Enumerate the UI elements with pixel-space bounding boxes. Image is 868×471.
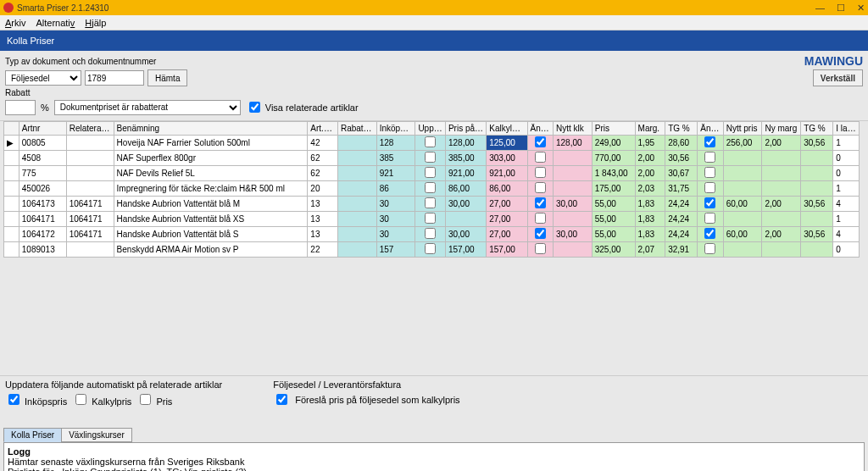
col-tg2[interactable]: TG % <box>801 122 833 136</box>
table-row[interactable]: 10641731064171Handske Aubrion Vattentät … <box>4 197 860 212</box>
rabatt-desc-select[interactable]: Dokumentpriset är rabatterat <box>54 100 241 115</box>
grid-checkbox[interactable] <box>535 228 546 239</box>
grid-checkbox[interactable] <box>535 213 546 224</box>
grid-checkbox[interactable] <box>704 152 715 163</box>
table-row[interactable]: 10641711064171Handske Aubrion Vattentät … <box>4 212 860 227</box>
foljesedel-label: Följesedel / Leverantörsfaktura <box>273 380 459 390</box>
footer-options: Uppdatera följande automatiskt på relate… <box>0 375 868 411</box>
col-tg[interactable]: TG % <box>665 122 698 136</box>
auto-pris-checkbox[interactable] <box>140 394 151 405</box>
log-panel: Logg Hämtar senaste växlingskurserna frå… <box>3 442 865 471</box>
col-pris[interactable]: Pris på följ. <box>445 122 486 136</box>
col-grp[interactable]: Art.grupp <box>308 122 338 136</box>
col-ben[interactable]: Benämning <box>114 122 308 136</box>
auto-update-label: Uppdatera följande automatiskt på relate… <box>5 380 222 390</box>
table-row[interactable]: ▶00805Hoveija NAF Farrier Solution 500ml… <box>4 136 860 151</box>
table-row[interactable]: 775NAF Devils Relief 5L62921921,00921,00… <box>4 166 860 181</box>
col-and[interactable]: Ändra <box>527 122 553 136</box>
tab-kolla-priser[interactable]: Kolla Priser <box>3 428 62 442</box>
rabatt-label: Rabatt <box>5 88 30 97</box>
auto-kalkyl-checkbox[interactable] <box>75 394 86 405</box>
col-mrg[interactable]: Marg. <box>635 122 665 136</box>
titlebar: Smarta Priser 2.1.24310 — ☐ ✕ <box>0 0 868 15</box>
price-grid[interactable]: Artnr Relaterad till Benämning Art.grupp… <box>3 121 860 258</box>
grid-checkbox[interactable] <box>704 136 715 147</box>
menu-hjalp[interactable]: Hjälp <box>85 18 106 28</box>
app-icon <box>3 3 14 13</box>
grid-checkbox[interactable] <box>425 228 436 239</box>
doc-number-input[interactable] <box>85 70 144 86</box>
hamta-button[interactable]: Hämta <box>147 69 187 86</box>
table-row[interactable]: 4508NAF Superflex 800gr62385385,00303,00… <box>4 151 860 166</box>
log-title: Logg <box>8 446 860 457</box>
visa-relaterade-checkbox[interactable] <box>249 102 260 113</box>
foresla-checkbox[interactable] <box>276 394 287 405</box>
grid-checkbox[interactable] <box>425 167 436 178</box>
grid-checkbox[interactable] <box>425 243 436 254</box>
window-title: Smarta Priser 2.1.24310 <box>17 3 815 13</box>
menubar: Arkiv Alternativ Hjälp <box>0 15 868 30</box>
grid-checkbox[interactable] <box>704 228 715 239</box>
grid-checkbox[interactable] <box>535 136 546 147</box>
grid-checkbox[interactable] <box>535 197 546 208</box>
grid-checkbox[interactable] <box>535 182 546 193</box>
grid-checkbox[interactable] <box>704 167 715 178</box>
table-row[interactable]: 450026Impregnering för täcke Re:claim H&… <box>4 181 860 197</box>
col-ink[interactable]: Inköpspris <box>376 122 415 136</box>
menu-arkiv[interactable]: Arkiv <box>5 18 25 28</box>
col-artnr[interactable]: Artnr <box>19 122 66 136</box>
percent-label: % <box>41 103 49 113</box>
brand-label: MAWINGU <box>804 54 863 68</box>
tab-vaxlingskurser[interactable]: Växlingskurser <box>61 428 132 442</box>
col-upp[interactable]: Uppdat. <box>415 122 446 136</box>
grid-checkbox[interactable] <box>704 182 715 193</box>
bottom-tabs: Kolla Priser Växlingskurser <box>3 428 868 442</box>
page-title: Kolla Priser <box>7 36 54 46</box>
col-nym[interactable]: Ny marg <box>762 122 801 136</box>
page-header: Kolla Priser <box>0 30 868 51</box>
close-button[interactable]: ✕ <box>857 3 865 14</box>
grid-checkbox[interactable] <box>425 152 436 163</box>
toolbar: Typ av dokument och dokumentnummer MAWIN… <box>0 51 868 121</box>
grid-checkbox[interactable] <box>535 167 546 178</box>
col-lag[interactable]: I lager <box>833 122 860 136</box>
log-line: Hämtar senaste växlingskurserna från Sve… <box>8 457 860 467</box>
doc-type-label: Typ av dokument och dokumentnummer <box>5 57 156 66</box>
grid-checkbox[interactable] <box>535 243 546 254</box>
grid-checkbox[interactable] <box>704 197 715 208</box>
auto-inkop-checkbox[interactable] <box>8 394 19 405</box>
rabatt-input[interactable] <box>5 100 36 115</box>
verkstall-button[interactable]: Verkställ <box>813 69 863 86</box>
col-rab[interactable]: Rabatt % <box>337 122 376 136</box>
col-kal[interactable]: Kalkylpris <box>487 122 527 136</box>
table-row[interactable]: 1089013Benskydd ARMA Air Motion sv P2215… <box>4 242 860 258</box>
col-rel[interactable]: Relaterad till <box>66 122 114 136</box>
log-line: Prislista för - Inköp: Grundprislista (1… <box>8 467 860 471</box>
col-nyp[interactable]: Nytt pris <box>723 122 762 136</box>
grid-checkbox[interactable] <box>425 213 436 224</box>
grid-checkbox[interactable] <box>704 243 715 254</box>
menu-alternativ[interactable]: Alternativ <box>36 18 75 28</box>
minimize-button[interactable]: — <box>815 3 825 14</box>
grid-checkbox[interactable] <box>535 152 546 163</box>
grid-checkbox[interactable] <box>704 213 715 224</box>
maximize-button[interactable]: ☐ <box>837 3 845 14</box>
grid-checkbox[interactable] <box>425 136 436 147</box>
col-and2[interactable]: Ändra <box>698 122 723 136</box>
grid-wrap: Artnr Relaterad till Benämning Art.grupp… <box>0 121 868 375</box>
grid-checkbox[interactable] <box>425 197 436 208</box>
col-nykl[interactable]: Nytt klk <box>554 122 593 136</box>
visa-relaterade-label: Visa relaterade artiklar <box>265 103 359 113</box>
doc-type-select[interactable]: Följesedel <box>5 70 81 86</box>
grid-checkbox[interactable] <box>425 182 436 193</box>
table-row[interactable]: 10641721064171Handske Aubrion Vattentät … <box>4 227 860 242</box>
col-p[interactable]: Pris <box>592 122 635 136</box>
grid-header-row: Artnr Relaterad till Benämning Art.grupp… <box>4 122 860 136</box>
